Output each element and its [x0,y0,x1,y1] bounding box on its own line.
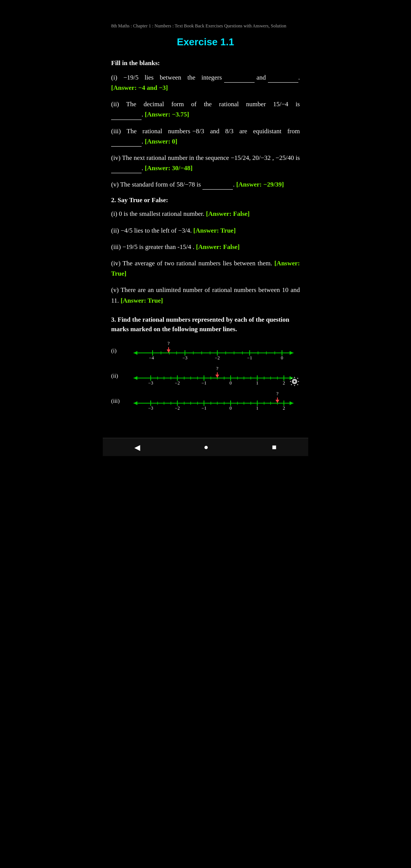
q2-3-text: (iii) −19/5 is greater than -15/4 . [111,243,196,251]
svg-marker-29 [134,376,137,380]
exercise-title: Exercise 1.1 [111,36,300,48]
navbar: ◀ ● ■ [103,438,308,456]
q2-3: (iii) −19/5 is greater than -15/4 . [Ans… [111,242,300,252]
gear-icon[interactable] [289,376,300,387]
svg-text:−2: −2 [175,380,180,386]
q2-2: (ii) −4/5 lies to the left of −3/4. [Ans… [111,225,300,236]
section2-heading: 2. Say True or False: [111,196,300,204]
q1-2-text: (ii) The decimal form of the rational nu… [111,101,300,108]
q1-1-answer: [Answer: −4 and −3] [111,84,168,91]
recents-button[interactable]: ■ [272,443,276,452]
svg-text:−4: −4 [149,355,154,361]
nl-svg-2: −3 −2 −1 0 1 2 ? [127,365,300,388]
q1-5-answer: [Answer: −29/39] [236,181,284,188]
q2-3-answer: [Answer: False] [196,243,240,251]
q1-3-blank [111,141,142,147]
nl-label-3: (iii) [111,398,127,404]
q1-5-blank [202,184,233,190]
svg-marker-65 [290,401,293,405]
svg-marker-1 [134,351,137,355]
svg-text:−1: −1 [202,380,207,386]
svg-marker-2 [290,351,293,355]
q2-1-text: (i) 0 is the smallest rational number. [111,210,206,217]
q2-4-text: (iv) The average of two rational numbers… [111,260,274,267]
q1-4-answer: [Answer: 30/−48] [145,164,193,172]
nl-row-2: (ii) [111,365,300,388]
nl-svg-1: −4 −3 −2 −1 0 ? [127,340,300,362]
nl-label-2: (ii) [111,373,127,379]
svg-text:−1: −1 [247,355,252,361]
q1-3-answer: [Answer: 0] [145,138,177,145]
q1-1: (i) −19/5 lies between the integers and … [111,72,300,93]
nl-svg-3: −3 −2 −1 0 1 2 ? [127,390,300,413]
q1-1-blank2 [268,77,298,83]
nl-label-1: (i) [111,348,127,354]
q1-1-and: and [256,74,268,81]
q1-2-answer: [Answer: −3.75] [145,111,189,118]
svg-marker-59 [215,375,219,378]
q2-5-answer: [Answer: True] [121,297,163,304]
nl-row-1: (i) [111,340,300,362]
q1-4-text: (iv) The next rational number in the seq… [111,154,300,161]
svg-text:1: 1 [256,380,258,386]
q2-4: (iv) The average of two rational numbers… [111,258,300,279]
q2-1-answer: [Answer: False] [206,210,250,217]
svg-text:−3: −3 [148,405,153,411]
back-button[interactable]: ◀ [134,443,140,452]
svg-text:−3: −3 [183,355,188,361]
q1-1-num: (i) −19/5 lies between the integers [111,74,222,81]
q1-1-blank1 [224,77,255,83]
q1-3-text: (iii) The rational numbers −8/3 and 8/3 … [111,128,300,135]
svg-text:−1: −1 [202,405,207,411]
q1-5-text: (v) The standard form of 58/−78 is [111,181,202,188]
q1-2: (ii) The decimal form of the rational nu… [111,99,300,120]
q1-3: (iii) The rational numbers −8/3 and 8/3 … [111,126,300,147]
q1-4-blank [111,168,142,173]
section3-heading: 3. Find the rational numbers represented… [111,315,300,334]
q2-1: (i) 0 is the smallest rational number. [… [111,209,300,219]
q1-5: (v) The standard form of 58/−78 is . [An… [111,179,300,190]
svg-text:0: 0 [229,405,232,411]
q2-5: (v) There are an unlimited number of rat… [111,285,300,305]
svg-point-61 [293,380,296,383]
svg-text:?: ? [216,365,218,371]
number-lines: (i) [111,340,300,413]
svg-text:?: ? [167,340,170,346]
nl-wrap-1: −4 −3 −2 −1 0 ? [127,340,300,362]
nl-row-3: (iii) [111,390,300,413]
nl-wrap-2: −3 −2 −1 0 1 2 ? [127,365,300,388]
q1-4: (iv) The next rational number in the seq… [111,153,300,173]
svg-marker-94 [276,400,279,403]
svg-text:1: 1 [256,405,258,411]
svg-text:−2: −2 [215,355,220,361]
breadcrumb: 8th Maths : Chapter 1 : Numbers : Text B… [111,23,300,29]
svg-text:0: 0 [281,355,283,361]
svg-text:0: 0 [229,380,232,386]
svg-marker-26 [167,349,170,353]
section1-heading: Fill in the blanks: [111,59,300,67]
svg-text:?: ? [276,391,279,396]
home-button[interactable]: ● [204,443,208,452]
nl-wrap-3: −3 −2 −1 0 1 2 ? [127,390,300,413]
svg-text:−2: −2 [175,405,180,411]
q2-2-answer: [Answer: True] [193,227,236,234]
svg-text:−3: −3 [148,380,153,386]
q2-2-text: (ii) −4/5 lies to the left of −3/4. [111,227,193,234]
svg-text:2: 2 [283,405,285,411]
svg-text:2: 2 [283,380,285,386]
q1-2-blank [111,115,142,120]
page: 8th Maths : Chapter 1 : Numbers : Text B… [103,0,308,434]
svg-marker-64 [134,401,137,405]
